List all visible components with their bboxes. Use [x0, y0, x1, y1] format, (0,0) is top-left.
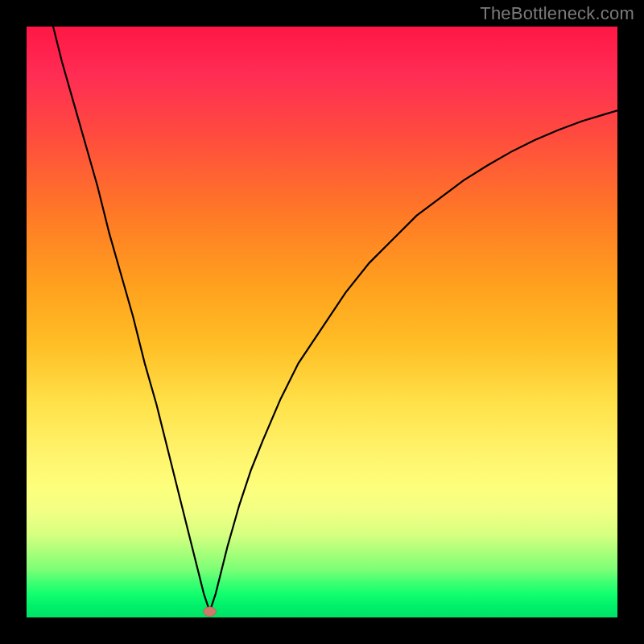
- watermark-text: TheBottleneck.com: [480, 3, 634, 24]
- minimum-marker-icon: [204, 607, 217, 617]
- plot-area: [27, 27, 617, 617]
- chart-container: TheBottleneck.com: [0, 0, 644, 644]
- right-branch-curve: [210, 110, 617, 611]
- curve-layer: [27, 27, 617, 617]
- left-branch-curve: [53, 27, 210, 612]
